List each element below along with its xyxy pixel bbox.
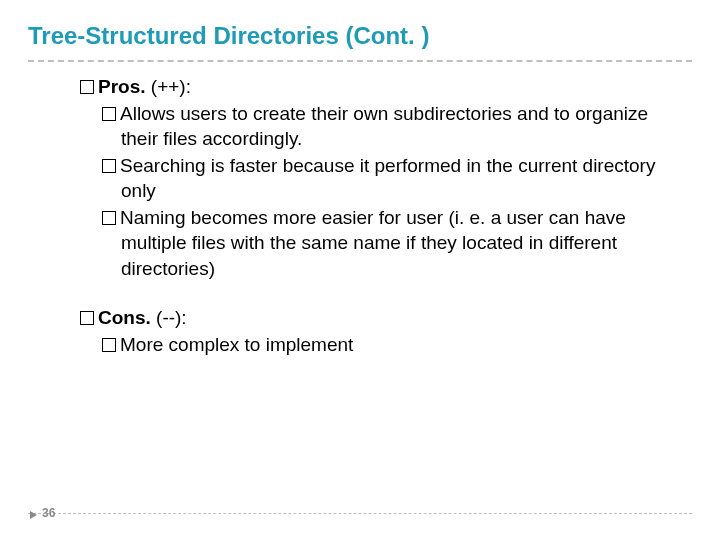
square-bullet-icon: [80, 80, 94, 94]
divider-bottom: [28, 513, 692, 514]
slide-title: Tree-Structured Directories (Cont. ): [28, 22, 692, 50]
slide: Tree-Structured Directories (Cont. ) Pro…: [0, 0, 720, 540]
pros-suffix: (++):: [146, 76, 191, 97]
square-bullet-icon: [102, 211, 116, 225]
square-bullet-icon: [102, 338, 116, 352]
list-item-text: Naming becomes more easier for user (i. …: [120, 207, 626, 278]
cons-heading: Cons. (--):: [80, 305, 684, 330]
list-item: Allows users to create their own subdire…: [102, 101, 684, 151]
list-item-text: More complex to implement: [120, 334, 353, 355]
pros-list: Allows users to create their own subdire…: [80, 101, 684, 281]
cons-list: More complex to implement: [80, 332, 684, 357]
square-bullet-icon: [102, 107, 116, 121]
cons-label: Cons.: [98, 307, 151, 328]
cons-suffix: (--):: [151, 307, 187, 328]
triangle-icon: [30, 511, 37, 519]
slide-content: Pros. (++): Allows users to create their…: [28, 68, 692, 357]
list-item-text: Allows users to create their own subdire…: [120, 103, 648, 149]
list-item: Naming becomes more easier for user (i. …: [102, 205, 684, 280]
square-bullet-icon: [102, 159, 116, 173]
square-bullet-icon: [80, 311, 94, 325]
list-item: Searching is faster because it performed…: [102, 153, 684, 203]
pros-label: Pros.: [98, 76, 146, 97]
list-item-text: Searching is faster because it performed…: [120, 155, 655, 201]
divider-top: [28, 60, 692, 62]
footer: [28, 513, 692, 520]
list-item: More complex to implement: [102, 332, 684, 357]
page-number: 36: [42, 506, 55, 520]
pros-heading: Pros. (++):: [80, 74, 684, 99]
